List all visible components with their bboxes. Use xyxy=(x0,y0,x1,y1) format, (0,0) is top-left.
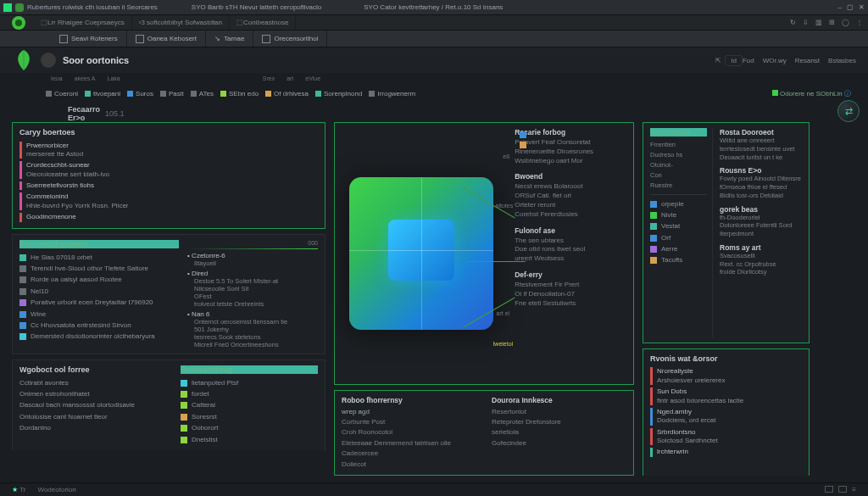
list-item: Cadecercee xyxy=(342,449,476,459)
list-item: Eleteeaae Denmemend tatriisen olle xyxy=(342,438,476,449)
filter-pill[interactable]: Sorenplnond xyxy=(315,90,362,98)
filter-tail: Odorere ne SObhLin ⓘ xyxy=(772,89,868,98)
list-item[interactable]: Dnelstist xyxy=(181,434,318,445)
list-item[interactable]: Catterai xyxy=(181,400,318,411)
list-item[interactable]: Prwernorbicermersereé tte Astod xyxy=(19,140,318,160)
list-item[interactable]: Rorde oa oalsyl aasod Rootee xyxy=(19,275,179,286)
window-titlebar: Rubertures rolwisk cth losuban il Seorca… xyxy=(0,0,868,15)
avatar[interactable] xyxy=(41,53,56,68)
maximize-icon[interactable]: ▢ xyxy=(847,3,854,11)
list-item: Gofecindee xyxy=(492,438,626,449)
chip-item[interactable]: Nivte xyxy=(650,209,707,220)
list-item[interactable]: CommeionindHhle-buvrd Fyo Yorrk Rosn. Pi… xyxy=(19,192,318,212)
list-item[interactable]: lrchterwrin xyxy=(650,447,802,458)
tab-1[interactable]: ⬚ Lrr Rhaigee Coeprsaeycs xyxy=(34,15,132,30)
tab-2[interactable]: › 3 soficotrbibyt Sofwastdtan xyxy=(132,15,230,30)
square-icon xyxy=(520,131,526,138)
panel-wgoboct: Wgoboct ool forree Cctirabt avontesOnime… xyxy=(12,359,326,450)
list-item[interactable]: Porative urborit ecen Dreytadtar t796920 xyxy=(19,298,179,309)
mini-item[interactable]: Dudreso hs xyxy=(650,150,707,160)
info-group: Rosta DooroeotWiiitd ane cmreeertterrtes… xyxy=(720,128,802,161)
list-item[interactable]: Goodincmenone xyxy=(19,212,318,223)
page-header: Soor oortonics ⇱ Id Fod WOr.wy Resanst B… xyxy=(0,47,868,73)
list-item[interactable]: Demersted disdotlonorinter olcthebaryura xyxy=(19,332,179,343)
list-item[interactable]: Soresrst xyxy=(181,411,318,422)
list-item[interactable]: Terendl hve-Slood othor Tlefete Satiore xyxy=(19,264,179,275)
toolbar: Seavi Roteners Oanea Kebosert ↘Tarnae Or… xyxy=(0,31,868,47)
status-icon[interactable] xyxy=(825,486,833,493)
list-item: tesrrecs Sook stetetons xyxy=(187,333,318,341)
list-item: Onternct oerosemist tlenssarn tie xyxy=(187,318,318,326)
list-item: Dollecot xyxy=(342,460,476,470)
user-icon[interactable]: ◯ xyxy=(842,19,849,26)
cube-label: e8 xyxy=(503,153,509,159)
hdr-d[interactable]: Bstasbes xyxy=(828,57,856,64)
side-group: BwoendNecst erews BolaroootORSuf Cati. f… xyxy=(515,172,626,219)
close-icon[interactable]: ✕ xyxy=(859,3,865,11)
mini-item[interactable]: Frrentien xyxy=(650,140,707,150)
brand-icon[interactable] xyxy=(12,16,25,30)
list-item[interactable]: NroreallysteArshoiesver orelererex xyxy=(650,366,802,387)
bcol-title: Roboo fhorrernsy xyxy=(342,396,476,404)
floating-action[interactable]: ⇄ xyxy=(837,100,860,122)
grid-icon[interactable]: ⊞ xyxy=(829,19,835,26)
left-column: ▸ Caryy boertoes Prwernorbicermersereé t… xyxy=(12,122,326,476)
mini-item[interactable]: Ruestre xyxy=(650,181,707,191)
mini-item[interactable]: Con xyxy=(650,170,707,181)
list-item[interactable]: Sun Dobsfintr asod bdorencettas lactie xyxy=(650,387,802,407)
list-item[interactable]: Cc Hhovsatota entrstesind Sirvon xyxy=(19,320,179,331)
list-item: Ontolosise cant Noarnet tleor xyxy=(19,411,172,422)
hdr-c[interactable]: Resanst xyxy=(795,57,820,64)
list-item[interactable]: lietanpoted Ptsf xyxy=(181,377,318,388)
tool-3[interactable]: ↘Tarnae xyxy=(206,31,253,47)
list-item[interactable]: Crordecschbt-sunearOiecroiceatne sert td… xyxy=(19,160,318,181)
side-group: Def-erryRtestvement Fir PrertOi if Denoo… xyxy=(515,270,626,308)
tab-3[interactable]: ⬚ Conibeastnose xyxy=(230,15,296,30)
more-icon[interactable]: ⋮ xyxy=(856,19,863,26)
minimize-icon[interactable]: – xyxy=(838,3,842,11)
filter-pill[interactable]: tivoepani xyxy=(85,90,120,98)
window-title-c: SYO Cator kevttrettarhey / Ret.o.10 Sd I… xyxy=(364,3,503,11)
status-icon[interactable] xyxy=(838,486,847,493)
filter-pill[interactable]: Pasit xyxy=(160,90,184,98)
mini-item[interactable]: Otolnot- xyxy=(650,160,707,170)
leaf-icon xyxy=(12,48,36,72)
list-item[interactable]: Ooborort xyxy=(181,423,318,434)
export-icon[interactable]: ⇱ xyxy=(715,57,721,64)
filter-pill[interactable]: Irrogwenerm xyxy=(369,90,415,98)
list-item[interactable]: Nel10 xyxy=(19,286,179,297)
chip-item[interactable]: Vestat xyxy=(650,221,707,232)
list-item: Nilcseoolie Sonl Sit xyxy=(187,285,318,293)
panel-icon[interactable]: ▥ xyxy=(815,19,822,26)
side-group: Recarie forbogPelavert Feaf OonsoretatRi… xyxy=(515,128,626,165)
chip-item[interactable]: Orf xyxy=(650,232,707,243)
list-item[interactable]: fordet xyxy=(181,389,318,400)
filter-pill[interactable]: Coeroni xyxy=(46,90,78,98)
tool-1[interactable]: Seavi Roteners xyxy=(51,31,127,47)
info-group: Rousns E>oFowty poed Ainootd DitensrefOm… xyxy=(720,166,802,199)
chip-item[interactable]: Aerre xyxy=(650,244,707,255)
tool-2[interactable]: Oanea Kebosert xyxy=(127,31,206,47)
chip-item[interactable]: orpeple xyxy=(650,198,707,209)
sub-heading: • Czetonre-6 xyxy=(187,252,318,259)
list-item: 501 Jokerhy xyxy=(187,326,318,333)
list-item[interactable]: SrbrdiontsnoSolctosd Sardhnctet xyxy=(650,426,802,447)
hdr-b[interactable]: WOr.wy xyxy=(763,57,787,64)
list-item[interactable]: Soerreetefivorstn tiohs xyxy=(19,181,318,192)
list-item: Reteproter Drefonstore xyxy=(492,417,626,427)
chip-item[interactable]: Tacofts xyxy=(650,255,707,266)
hdr-a[interactable]: Fod xyxy=(743,57,754,64)
filter-pill[interactable]: ATes xyxy=(191,90,214,98)
chip-id[interactable]: Id xyxy=(725,55,743,66)
panel-title: Wgoboct ool forree xyxy=(19,365,172,374)
download-icon[interactable]: ⇩ xyxy=(803,19,809,26)
filter-pill[interactable]: Of drhivesa xyxy=(265,90,309,98)
list-item[interactable]: Wine xyxy=(19,309,179,320)
sync-icon[interactable]: ↻ xyxy=(790,19,796,26)
list-item[interactable]: He Slas 07018 orbet xyxy=(19,252,179,263)
list-item[interactable]: Nged.ambyDodciens, ord ercat xyxy=(650,406,802,426)
tool-4[interactable]: Orecensorithoi xyxy=(253,31,327,47)
filter-pill[interactable]: Suros xyxy=(127,90,153,98)
status-icon[interactable]: ≡ xyxy=(852,486,856,493)
filter-pill[interactable]: SEbn edo xyxy=(220,90,259,98)
